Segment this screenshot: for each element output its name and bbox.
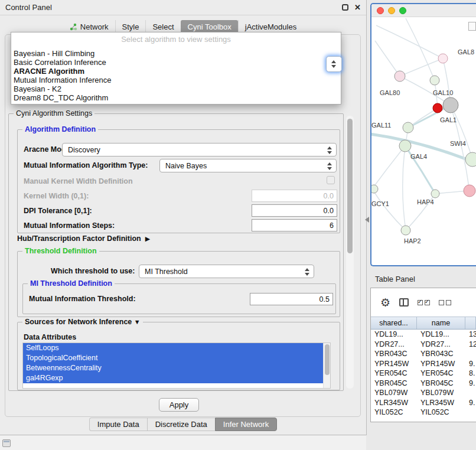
network-node[interactable] — [430, 76, 439, 85]
scrollbar-thumb[interactable] — [325, 344, 330, 375]
attribute-item[interactable]: BetweennessCentrality — [23, 363, 324, 373]
network-node[interactable] — [395, 71, 405, 81]
network-node[interactable] — [431, 190, 439, 198]
table-row[interactable]: YIL052CYIL052C — [371, 407, 476, 418]
column-header[interactable]: name — [417, 317, 465, 329]
network-edge[interactable] — [372, 189, 406, 230]
network-node[interactable] — [464, 185, 475, 197]
network-node[interactable] — [401, 226, 410, 235]
algorithm-option[interactable]: Mutual Information Inference — [11, 76, 341, 84]
dpi-tolerance-label: DPI Tolerance [0,1]: — [24, 207, 92, 215]
algorithm-option[interactable]: Bayesian - K2 — [11, 84, 341, 93]
network-edge[interactable] — [403, 146, 406, 230]
attribute-item[interactable]: TopologicalCoefficient — [23, 353, 324, 363]
table-row[interactable]: YER054CYER054C8. — [371, 369, 476, 379]
deselect-all-icon[interactable] — [439, 300, 451, 305]
network-node[interactable] — [465, 152, 476, 167]
close-traffic-light[interactable] — [377, 7, 384, 14]
algorithm-dropdown-popup: Select algorithm to view settings Bayesi… — [11, 32, 341, 105]
table-cell: YDR27... — [417, 340, 465, 350]
network-edge[interactable] — [376, 25, 443, 58]
panel-dock-icon[interactable] — [2, 439, 11, 447]
node-label: GAL80 — [380, 89, 400, 96]
sources-expander[interactable]: Sources for Network Inference ▼ — [22, 318, 143, 326]
algorithm-option[interactable]: Dream8 DC_TDC Algorithm — [11, 93, 341, 102]
attribute-item[interactable]: SelfLoops — [23, 343, 324, 353]
network-node[interactable] — [443, 97, 458, 113]
mi-algorithm-type-label: Mutual Information Algorithm Type: — [24, 161, 148, 169]
cyni-bottom-tabs: Impute Data Discretize Data Infer Networ… — [0, 418, 366, 431]
network-edge[interactable] — [451, 105, 472, 159]
node-label: GAL11 — [371, 122, 391, 129]
network-icon — [70, 23, 77, 31]
tab-label: jActiveModules — [245, 22, 296, 31]
mi-steps-input[interactable]: 6 — [252, 219, 337, 231]
settings-scrollbar[interactable] — [346, 116, 354, 389]
tab-discretize-data[interactable]: Discretize Data — [147, 418, 215, 431]
which-threshold-label: Which threshold to use: — [51, 267, 135, 275]
table-row[interactable]: YLR345WYLR345W9. — [371, 398, 476, 408]
network-canvas[interactable]: GAL8GAL80GAL10GAL11GAL1SWI4GAL4GCY1HAP4H… — [371, 17, 476, 266]
apply-button[interactable]: Apply — [159, 398, 199, 412]
column-header[interactable] — [465, 317, 476, 329]
minimize-traffic-light[interactable] — [388, 7, 395, 14]
panel-divider-collapse-icon[interactable] — [365, 217, 369, 223]
aracne-mode-select[interactable]: Discovery — [62, 143, 337, 156]
selected-value: MI Threshold — [145, 268, 188, 276]
network-node[interactable] — [438, 54, 448, 63]
table-cell: 9. — [465, 398, 476, 408]
network-edge[interactable] — [400, 58, 443, 76]
network-edge[interactable] — [375, 41, 400, 76]
group-title: Cyni Algorithm Settings — [14, 109, 94, 118]
control-panel-titlebar: Control Panel ✕ — [0, 0, 366, 15]
table-cell: YBR043C — [371, 349, 417, 359]
mi-threshold-input[interactable]: 0.5 — [250, 293, 333, 305]
table-cell — [465, 349, 476, 359]
attribute-list-scrollbar[interactable] — [323, 343, 330, 388]
node-label: SWI4 — [450, 140, 466, 147]
table-panel-title: Table Panel — [375, 275, 415, 283]
node-label: GAL10 — [433, 89, 453, 96]
dpi-tolerance-input[interactable]: 0.0 — [252, 204, 337, 217]
node-label: GAL1 — [440, 116, 457, 123]
node-label: GCY1 — [371, 200, 389, 207]
tab-infer-network[interactable]: Infer Network — [215, 418, 277, 431]
mi-steps-label: Mutual Information Steps: — [24, 221, 115, 230]
scrollbar-thumb[interactable] — [347, 119, 353, 253]
table-row[interactable]: YBR045CYBR045C9. — [371, 379, 476, 389]
attribute-item[interactable]: gal4RGexp — [23, 373, 324, 383]
zoom-traffic-light[interactable] — [399, 7, 406, 14]
mi-algorithm-type-select[interactable]: Naive Bayes — [159, 159, 337, 172]
table-toolbar: ⚙ — [371, 288, 476, 317]
column-header[interactable]: shared... — [371, 317, 417, 329]
columns-icon[interactable] — [399, 298, 409, 306]
network-node[interactable] — [399, 140, 411, 152]
algorithm-option[interactable]: Basic Correlation Inference — [11, 58, 341, 67]
float-window-icon[interactable] — [342, 4, 348, 11]
network-node[interactable] — [403, 122, 413, 133]
select-all-icon[interactable] — [418, 300, 430, 305]
table-cell — [465, 407, 476, 418]
gear-icon[interactable]: ⚙ — [380, 297, 390, 308]
algorithm-option[interactable]: Bayesian - Hill Climbing — [11, 49, 341, 58]
algorithm-combo-button[interactable] — [326, 56, 342, 72]
table-row[interactable]: YDR27...YDR27...12 — [371, 340, 476, 350]
network-edge[interactable] — [406, 18, 435, 80]
table-row[interactable]: YBR043CYBR043C — [371, 349, 476, 359]
which-threshold-select[interactable]: MI Threshold — [139, 265, 314, 278]
tab-impute-data[interactable]: Impute Data — [89, 418, 147, 431]
field-value: 0.0 — [324, 207, 334, 215]
combo-arrows-icon — [331, 60, 337, 68]
table-row[interactable]: YPR145WYPR145W9. — [371, 359, 476, 369]
algorithm-option-selected[interactable]: ARACNE Algorithm — [11, 67, 341, 76]
close-icon[interactable]: ✕ — [354, 4, 361, 11]
table-row[interactable]: YDL19...YDL19...13 — [371, 330, 476, 340]
table-row[interactable]: YBL079WYBL079W — [371, 388, 476, 398]
birdseye-view-box[interactable] — [468, 22, 476, 31]
desktop: Control Panel ✕ Network Style Select Cyn… — [0, 0, 476, 450]
hub-definition-expander[interactable]: Hub/Transcription Factor Definition ▶ — [17, 234, 150, 243]
network-node[interactable] — [433, 103, 442, 113]
network-edge[interactable] — [372, 146, 405, 189]
table-cell: YBR045C — [417, 379, 465, 389]
network-node[interactable] — [371, 185, 378, 193]
